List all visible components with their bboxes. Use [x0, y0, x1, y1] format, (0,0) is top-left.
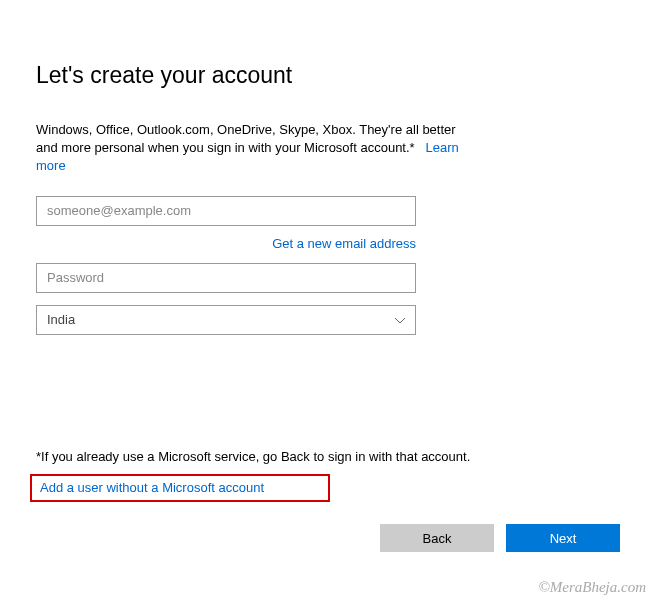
back-button[interactable]: Back: [380, 524, 494, 552]
highlight-annotation: Add a user without a Microsoft account: [30, 474, 330, 502]
password-input[interactable]: [36, 263, 416, 293]
intro-description: Windows, Office, Outlook.com, OneDrive, …: [36, 121, 476, 176]
watermark: ©MeraBheja.com: [538, 579, 646, 596]
page-title: Let's create your account: [36, 62, 616, 89]
add-user-without-ms-link[interactable]: Add a user without a Microsoft account: [40, 480, 264, 495]
back-note: *If you already use a Microsoft service,…: [36, 449, 470, 464]
email-input[interactable]: [36, 196, 416, 226]
next-button[interactable]: Next: [506, 524, 620, 552]
country-select[interactable]: India: [36, 305, 416, 335]
new-email-link[interactable]: Get a new email address: [272, 236, 416, 251]
intro-text: Windows, Office, Outlook.com, OneDrive, …: [36, 122, 456, 155]
